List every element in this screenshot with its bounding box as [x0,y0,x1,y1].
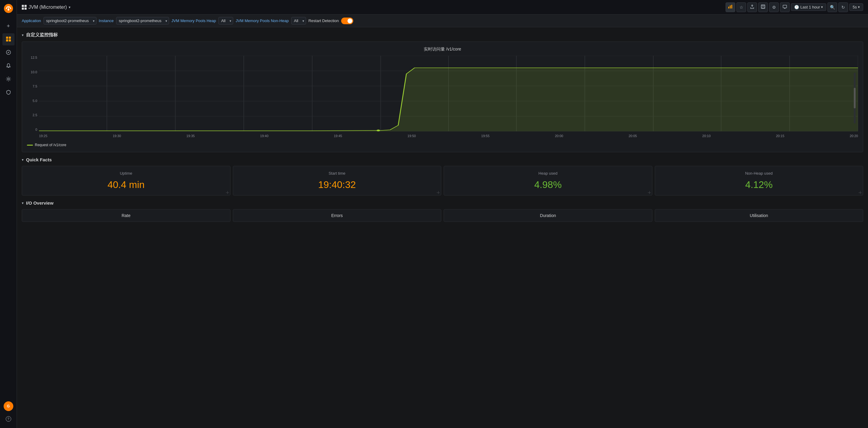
chart-plot [39,56,858,131]
application-select[interactable]: springboot2-prometheus [43,17,96,25]
svg-point-1 [7,9,9,10]
chart-svg [39,56,858,131]
restart-detection-control: Restart Detection [309,18,353,24]
stat-card-uptime: Uptime 40.4 min [22,166,230,196]
star-icon: ☆ [740,5,743,10]
settings-icon: ⚙ [772,5,776,10]
star-button[interactable]: ☆ [737,2,746,12]
bell-icon [6,63,11,69]
save-icon [761,4,765,10]
save-button[interactable] [758,2,768,12]
instance-select[interactable]: springboot2-prometheus [116,17,169,25]
search-button[interactable]: 🔍 [828,2,837,12]
stat-non-heap-value: 4.12% [660,179,858,190]
sidebar-bottom: G ? [2,401,14,426]
bar-chart-button[interactable] [725,2,735,12]
chart-scrollbar[interactable] [854,73,856,123]
stat-card-non-heap: Non-Heap used 4.12% [655,166,864,196]
content-area: ▾ 自定义监控指标 实时访问量 /v1/core 12.5 10.0 7.5 5… [17,27,868,428]
filter-bar: Application springboot2-prometheus Insta… [17,15,868,27]
shield-icon [6,90,11,96]
io-cards-grid: Rate Errors Duration Utilisation [22,209,863,222]
resize-handle-4[interactable] [859,191,862,194]
sidebar-item-add[interactable]: + [2,20,14,32]
dropdown-chevron-icon[interactable]: ▾ [69,5,70,9]
resize-handle[interactable] [226,191,229,194]
chart-y-axis: 12.5 10.0 7.5 5.0 2.5 0 [27,56,39,131]
svg-rect-13 [730,5,731,8]
custom-metrics-title: 自定义监控指标 [26,32,58,38]
refresh-chevron-icon: ▾ [858,5,860,9]
stat-heap-value: 4.98% [449,179,647,190]
time-range-picker[interactable]: 🕐 Last 1 hour ▾ [791,3,826,11]
dashboard-grid-icon [22,5,27,10]
resize-handle-3[interactable] [648,191,651,194]
heap-filter-wrap: All [218,17,233,25]
time-range-label: Last 1 hour [800,5,820,9]
time-chevron-icon: ▾ [821,5,823,9]
quick-facts-title: Quick Facts [26,157,52,162]
sidebar: + [0,0,17,428]
settings-button[interactable]: ⚙ [769,2,779,12]
custom-metrics-section: ▾ 自定义监控指标 实时访问量 /v1/core 12.5 10.0 7.5 5… [22,32,863,152]
main-content: JVM (Micrometer) ▾ ☆ [17,0,868,428]
custom-metrics-header[interactable]: ▾ 自定义监控指标 [22,32,863,38]
svg-point-11 [7,78,9,80]
realtime-chart-container: 实时访问量 /v1/core 12.5 10.0 7.5 5.0 2.5 0 [22,41,863,152]
share-button[interactable] [747,2,757,12]
stat-uptime-value: 40.4 min [27,179,225,190]
refresh-button[interactable]: ↻ [838,2,848,12]
legend-label: Request of /v1/core [35,143,66,147]
stats-grid: Uptime 40.4 min Start time 19:40:32 Heap… [22,166,863,196]
svg-rect-12 [728,7,729,8]
search-icon: 🔍 [830,5,835,10]
sidebar-item-settings[interactable] [2,73,14,85]
tv-button[interactable] [780,2,790,12]
bar-chart-icon [728,4,733,10]
stat-start-time-value: 19:40:32 [238,179,436,190]
resize-handle-2[interactable] [437,191,440,194]
io-card-errors: Errors [233,209,441,222]
svg-rect-14 [731,5,732,8]
svg-rect-16 [783,5,787,8]
io-card-utilisation: Utilisation [655,209,864,222]
avatar[interactable]: G [4,401,13,411]
grafana-logo[interactable] [2,2,14,15]
io-errors-label: Errors [237,213,438,218]
io-card-duration: Duration [444,209,652,222]
svg-marker-38 [39,68,858,131]
sidebar-item-help[interactable]: ? [2,413,14,425]
io-card-rate: Rate [22,209,230,222]
chart-legend: Request of /v1/core [27,143,858,147]
application-filter-wrap: springboot2-prometheus [43,17,96,25]
sidebar-item-shield[interactable] [2,87,14,99]
quick-facts-section: ▾ Quick Facts Uptime 40.4 min Start time… [22,157,863,196]
svg-rect-6 [9,37,11,39]
refresh-rate-selector[interactable]: 5s ▾ [849,3,863,11]
heap-select[interactable]: All [218,17,233,25]
io-overview-section: ▾ I/O Overview Rate Errors Duration Util… [22,200,863,222]
refresh-rate-label: 5s [852,5,857,9]
chart-scrollbar-thumb [854,88,856,108]
help-icon: ? [6,416,11,422]
dashboard-title-area: JVM (Micrometer) ▾ [22,4,723,10]
non-heap-filter-wrap: All [291,17,306,25]
grid-icon [6,36,11,43]
stat-heap-label: Heap used [449,171,647,176]
svg-rect-8 [9,39,11,41]
legend-line-icon [27,145,33,146]
restart-detection-toggle[interactable] [341,18,353,24]
sidebar-item-alerts[interactable] [2,60,14,72]
io-overview-header[interactable]: ▾ I/O Overview [22,200,863,205]
stat-card-heap: Heap used 4.98% [444,166,652,196]
sidebar-item-explore[interactable] [2,47,14,59]
stat-uptime-label: Uptime [27,171,225,176]
quick-facts-header[interactable]: ▾ Quick Facts [22,157,863,162]
tv-icon [783,4,787,10]
io-overview-chevron: ▾ [22,201,24,205]
custom-metrics-chevron: ▾ [22,33,24,37]
non-heap-select[interactable]: All [291,17,306,25]
sidebar-item-dashboards[interactable] [2,33,14,46]
non-heap-filter-label: JVM Memory Pools Non-Heap [236,19,289,23]
chart-x-axis: 19:25 19:30 19:35 19:40 19:45 19:50 19:5… [39,131,858,140]
